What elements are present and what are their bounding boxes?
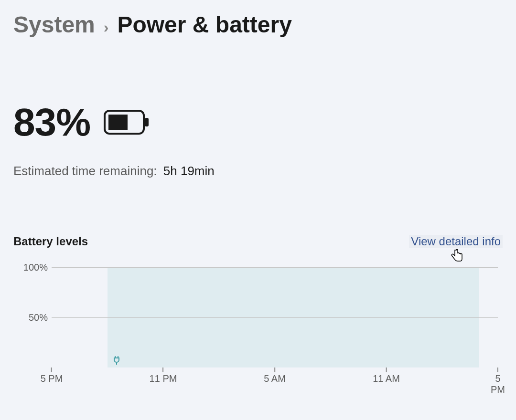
x-axis-tick: 5 AM [264,368,286,384]
battery-icon [104,110,150,135]
page-title: Power & battery [117,11,291,38]
chart-area: 100% 50% 5 PM11 PM5 AM11 AM5 PM [13,253,503,387]
svg-rect-1 [145,118,149,126]
svg-rect-2 [108,115,128,130]
x-axis: 5 PM11 PM5 AM11 AM5 PM [52,368,498,387]
breadcrumb-parent[interactable]: System [13,11,95,38]
estimated-label: Estimated time remaining: [13,164,157,178]
y-axis-label-100: 100% [23,262,48,273]
x-axis-tick: 5 PM [491,368,505,395]
estimated-value: 5h 19min [163,164,215,178]
breadcrumb: System › Power & battery [13,11,503,38]
chart-bars [52,267,498,368]
battery-summary: 83% [13,100,503,145]
x-axis-tick: 5 PM [41,368,63,384]
battery-chart: Battery levels View detailed info 100% 5… [13,235,503,387]
battery-percent: 83% [13,100,90,145]
view-detailed-info-link[interactable]: View detailed info [409,235,503,248]
estimated-remaining: Estimated time remaining: 5h 19min [13,164,503,178]
y-axis-label-50: 50% [29,312,48,323]
chevron-right-icon: › [104,19,109,36]
plug-icon [113,356,120,365]
chart-title: Battery levels [13,235,88,248]
x-axis-tick: 11 AM [373,368,400,384]
x-axis-tick: 11 PM [150,368,177,384]
